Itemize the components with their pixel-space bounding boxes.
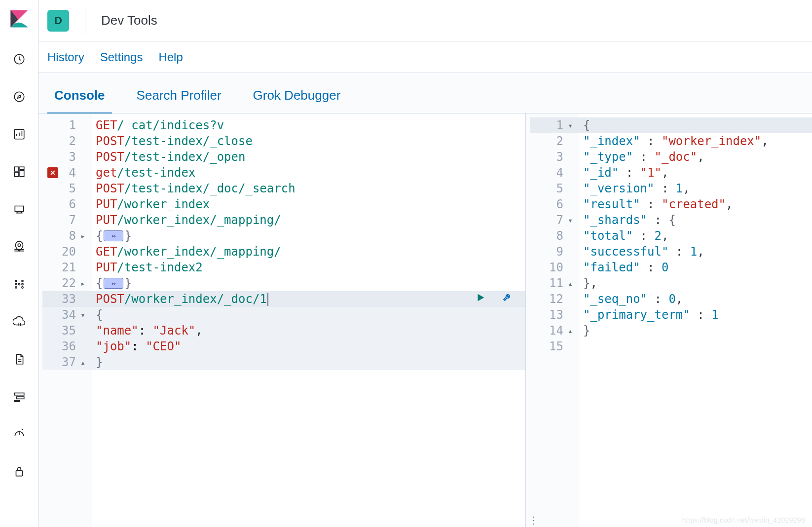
- code-line[interactable]: {⇔}: [92, 228, 525, 244]
- svg-rect-18: [16, 471, 22, 476]
- code-line[interactable]: PUT /test-index2: [92, 260, 525, 275]
- code-line[interactable]: PUT /worker_index/_mapping/: [92, 212, 525, 228]
- subnav-history[interactable]: History: [47, 50, 84, 64]
- response-gutter: 1▾234567▾891011▴121314▴15: [530, 113, 579, 527]
- response-line: "failed" : 0: [579, 260, 812, 275]
- response-line: "_version" : 1,: [579, 181, 812, 196]
- svg-rect-17: [14, 401, 20, 402]
- request-pane[interactable]: 123✕45678▸202122▸3334▾353637▴ GET /_cat/…: [42, 113, 526, 527]
- svg-point-7: [18, 244, 20, 246]
- subnav-settings[interactable]: Settings: [100, 50, 143, 64]
- code-line[interactable]: POST /worker_index/_doc/1: [92, 291, 525, 307]
- response-line: },: [579, 275, 812, 291]
- response-line: {: [579, 117, 812, 133]
- svg-rect-6: [14, 172, 19, 177]
- request-options-icon[interactable]: [502, 292, 514, 306]
- code-line[interactable]: {: [92, 307, 525, 323]
- response-viewer: { "_index" : "worker_index", "_type" : "…: [579, 113, 812, 527]
- tab-search-profiler[interactable]: Search Profiler: [135, 88, 223, 113]
- tab-console[interactable]: Console: [52, 88, 107, 113]
- top-header: D Dev Tools: [38, 0, 812, 41]
- run-request-icon[interactable]: [475, 292, 486, 306]
- svg-rect-5: [20, 171, 24, 177]
- code-line[interactable]: "name": "Jack",: [92, 323, 525, 339]
- response-line: [579, 339, 812, 354]
- response-line: "_id" : "1",: [579, 165, 812, 181]
- dashboard-icon[interactable]: [12, 165, 26, 179]
- page-title: Dev Tools: [101, 13, 157, 28]
- svg-point-13: [21, 287, 23, 288]
- code-line[interactable]: get /test-index: [92, 165, 525, 181]
- svg-rect-15: [14, 393, 24, 395]
- svg-rect-4: [20, 167, 24, 169]
- svg-point-9: [15, 283, 16, 285]
- response-line: "successful" : 1,: [579, 244, 812, 260]
- maps-icon[interactable]: [12, 240, 26, 254]
- svg-point-1: [14, 92, 24, 102]
- response-line: "_seq_no" : 0,: [579, 291, 812, 307]
- logs-icon[interactable]: [12, 352, 26, 366]
- svg-rect-3: [14, 167, 19, 171]
- request-gutter: 123✕45678▸202122▸3334▾353637▴: [42, 113, 92, 527]
- response-line: "total" : 2,: [579, 228, 812, 244]
- pane-resize-handle[interactable]: ⋮: [528, 514, 539, 526]
- response-line: "_type" : "_doc",: [579, 149, 812, 165]
- code-line[interactable]: GET /worker_index/_mapping/: [92, 244, 525, 260]
- app-badge[interactable]: D: [47, 10, 69, 32]
- svg-point-10: [15, 287, 16, 288]
- code-line[interactable]: POST /test-index/_open: [92, 149, 525, 165]
- svg-point-8: [15, 280, 16, 282]
- code-line[interactable]: POST /test-index/_doc/_search: [92, 181, 525, 196]
- code-line[interactable]: POST /test-index/_close: [92, 133, 525, 149]
- kibana-logo[interactable]: [9, 9, 29, 29]
- apm-icon[interactable]: [12, 390, 26, 404]
- subnav-help[interactable]: Help: [158, 50, 183, 64]
- response-line: "result" : "created",: [579, 196, 812, 212]
- canvas-icon[interactable]: [12, 202, 26, 216]
- recent-icon[interactable]: [12, 52, 26, 66]
- code-line[interactable]: GET /_cat/indices?v: [92, 117, 525, 133]
- code-line[interactable]: {⇔}: [92, 275, 525, 291]
- tab-grok-debugger[interactable]: Grok Debugger: [251, 88, 343, 113]
- svg-point-11: [21, 280, 23, 282]
- response-line: "_primary_term" : 1: [579, 307, 812, 323]
- code-line[interactable]: "job": "CEO": [92, 339, 525, 354]
- infrastructure-icon[interactable]: [12, 315, 26, 329]
- siem-icon[interactable]: [12, 465, 26, 479]
- request-editor[interactable]: GET /_cat/indices?vPOST /test-index/_clo…: [92, 113, 525, 527]
- response-line: "_index" : "worker_index",: [579, 133, 812, 149]
- tabs: Console Search Profiler Grok Debugger: [38, 73, 812, 113]
- watermark: https://blog.csdn.net/weixin_41029298: [682, 516, 805, 524]
- response-line: "_shards" : {: [579, 212, 812, 228]
- uptime-icon[interactable]: [12, 427, 26, 441]
- svg-point-14: [18, 283, 20, 285]
- code-line[interactable]: PUT /worker_index: [92, 196, 525, 212]
- discover-icon[interactable]: [12, 90, 26, 104]
- ml-icon[interactable]: [12, 277, 26, 291]
- code-line[interactable]: }: [92, 354, 525, 370]
- visualize-icon[interactable]: [12, 127, 26, 141]
- left-nav-rail: [0, 0, 38, 527]
- header-divider: [85, 6, 85, 35]
- sub-nav: History Settings Help: [38, 41, 812, 73]
- svg-point-12: [21, 283, 23, 285]
- response-line: }: [579, 323, 812, 339]
- editor-area: 123✕45678▸202122▸3334▾353637▴ GET /_cat/…: [38, 113, 812, 527]
- main-area: D Dev Tools History Settings Help Consol…: [38, 0, 812, 527]
- svg-rect-16: [16, 397, 24, 399]
- response-pane: ⋮ 1▾234567▾891011▴121314▴15 { "_index" :…: [530, 113, 812, 527]
